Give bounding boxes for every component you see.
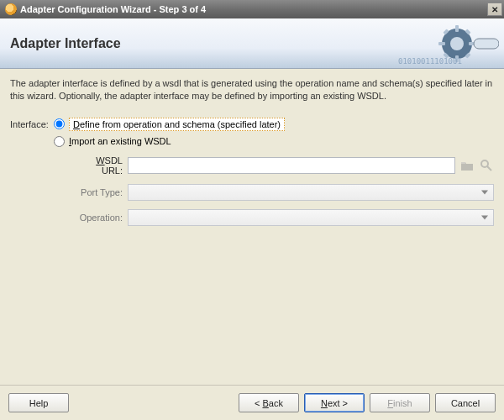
wsdl-form-group: WSDL URL: Port Type: Operation: — [76, 155, 494, 226]
svg-point-13 — [481, 160, 488, 167]
banner-decoration: 01010011101001 — [398, 22, 499, 66]
svg-rect-10 — [474, 39, 499, 49]
back-button[interactable]: < Back — [239, 393, 299, 412]
port-type-label: Port Type: — [76, 187, 128, 197]
wizard-content: The adapter interface is defined by a ws… — [0, 69, 504, 243]
svg-rect-3 — [438, 42, 445, 45]
help-button[interactable]: Help — [8, 393, 69, 412]
svg-rect-12 — [461, 162, 465, 164]
find-wsdl-icon[interactable] — [479, 158, 494, 173]
cancel-button[interactable]: Cancel — [435, 393, 496, 412]
window-title: Adapter Configuration Wizard - Step 3 of… — [20, 4, 486, 14]
interface-label: Interface: — [10, 119, 54, 129]
wsdl-url-label: WSDL URL: — [76, 155, 128, 176]
svg-text:01010011101001: 01010011101001 — [398, 57, 462, 66]
operation-label: Operation: — [76, 213, 128, 223]
app-icon — [5, 3, 17, 15]
svg-line-14 — [487, 166, 491, 171]
title-bar: Adapter Configuration Wizard - Step 3 of… — [0, 0, 504, 18]
page-title: Adapter Interface — [10, 36, 121, 51]
svg-point-9 — [450, 37, 464, 50]
close-button[interactable]: ✕ — [487, 3, 502, 16]
finish-button: Finish — [370, 393, 430, 412]
radio-import[interactable] — [54, 136, 65, 147]
operation-row: Operation: — [76, 209, 494, 226]
radio-define[interactable] — [54, 118, 65, 129]
port-type-combo[interactable] — [128, 184, 494, 201]
wsdl-url-input[interactable] — [128, 157, 455, 174]
description-text: The adapter interface is defined by a ws… — [10, 77, 494, 102]
radio-import-label[interactable]: Import an existing WSDL — [69, 136, 171, 146]
operation-combo[interactable] — [128, 209, 494, 226]
interface-radio-import-row: Import an existing WSDL — [54, 136, 494, 147]
browse-file-icon[interactable] — [459, 158, 475, 173]
wizard-banner: Adapter Interface 01010011101001 — [0, 18, 504, 69]
next-button[interactable]: Next > — [304, 393, 365, 412]
wizard-footer: Help < Back Next > Finish Cancel — [0, 385, 504, 420]
interface-radio-define-row: Interface: Define from operation and sch… — [10, 118, 494, 131]
wsdl-url-row: WSDL URL: — [76, 155, 494, 176]
svg-rect-1 — [455, 25, 459, 32]
port-type-row: Port Type: — [76, 184, 494, 201]
radio-define-label[interactable]: Define from operation and schema (specif… — [69, 118, 285, 131]
